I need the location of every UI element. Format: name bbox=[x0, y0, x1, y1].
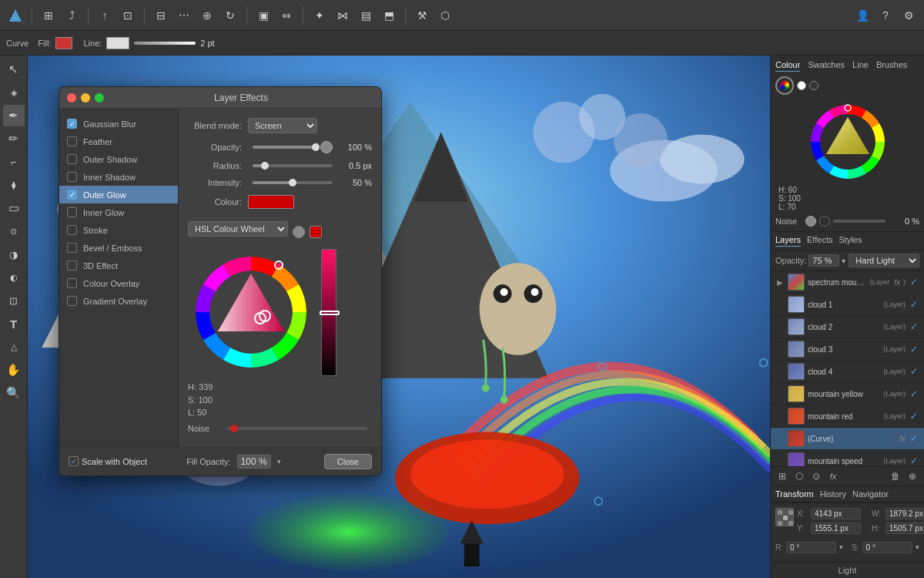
effect-item-3d-effect[interactable]: 3D Effect bbox=[59, 257, 178, 274]
transform-s-input[interactable] bbox=[862, 542, 912, 553]
color-tab-swatches[interactable]: Swatches bbox=[808, 60, 845, 72]
transform-icon[interactable]: ⊡ bbox=[119, 6, 137, 25]
noise-circle-btn[interactable] bbox=[805, 216, 816, 227]
effect-check-bevel-emboss[interactable] bbox=[67, 243, 77, 253]
layer-expand-spectrum[interactable]: ▶ bbox=[775, 277, 785, 287]
fill-color-box[interactable] bbox=[55, 37, 72, 49]
small-color-wheel[interactable] bbox=[775, 99, 919, 184]
shape-tool[interactable]: ▭ bbox=[3, 197, 25, 219]
canvas-area[interactable]: Layer Effects ✓ Gaussian Blur Feather bbox=[28, 55, 770, 578]
opacity-slider-track[interactable] bbox=[253, 146, 316, 149]
layer-check-spectrum[interactable]: ✓ bbox=[909, 277, 919, 287]
gradient-tool[interactable]: ◐ bbox=[3, 267, 25, 288]
layer-expand-cloud4[interactable] bbox=[775, 367, 785, 376]
color-tab-brushes[interactable]: Brushes bbox=[876, 60, 907, 72]
text-tool[interactable]: T bbox=[3, 313, 25, 334]
export-icon[interactable]: ⬒ bbox=[380, 6, 398, 25]
eyedropper-tool[interactable]: ⊙ bbox=[3, 220, 25, 242]
effect-check-gaussian-blur[interactable]: ✓ bbox=[67, 119, 77, 129]
effect-item-outer-glow[interactable]: ✓ Outer Glow bbox=[59, 186, 178, 203]
bottom-tab-navigator[interactable]: Navigator bbox=[852, 489, 889, 499]
black-dot[interactable] bbox=[809, 81, 819, 90]
layer-expand-cloud1[interactable] bbox=[775, 300, 785, 309]
hand-tool[interactable]: ✋ bbox=[3, 359, 25, 381]
layer-item-cloud2[interactable]: cloud 2 (Layer) ✓ bbox=[771, 316, 924, 338]
crop-tool[interactable]: ⊡ bbox=[3, 290, 25, 311]
layer-check-cloud4[interactable]: ✓ bbox=[909, 366, 919, 377]
view-icon[interactable]: ▤ bbox=[357, 6, 375, 25]
eyedropper-icon[interactable] bbox=[293, 226, 305, 238]
snap2-icon[interactable]: ⋈ bbox=[333, 6, 352, 25]
move-icon[interactable]: ↑ bbox=[95, 6, 114, 25]
white-dot[interactable] bbox=[797, 81, 806, 90]
s-dropdown[interactable]: ▾ bbox=[916, 540, 919, 554]
blend-mode-select[interactable]: Screen Normal Multiply Overlay bbox=[248, 118, 317, 133]
layer-expand-curve[interactable] bbox=[775, 434, 785, 443]
effect-item-inner-shadow[interactable]: Inner Shadow bbox=[59, 168, 178, 186]
effect-check-stroke[interactable] bbox=[67, 225, 77, 235]
layer-check-cloud1[interactable]: ✓ bbox=[909, 299, 919, 310]
layer-expand-cloud2[interactable] bbox=[775, 322, 785, 331]
transform-w-input[interactable] bbox=[886, 508, 924, 519]
opacity-circle-btn[interactable] bbox=[320, 141, 333, 153]
vector-crop-tool[interactable]: △ bbox=[3, 336, 25, 358]
transform-anchor-grid[interactable] bbox=[775, 508, 794, 526]
radius-slider-thumb[interactable] bbox=[261, 162, 269, 170]
scale-with-object-checkbox[interactable]: ✓ Scale with Object bbox=[69, 456, 147, 466]
fill-tool[interactable]: ◑ bbox=[3, 244, 25, 265]
arrange-icon[interactable]: ▣ bbox=[254, 6, 273, 25]
zoom-tool[interactable]: 🔍 bbox=[3, 382, 25, 404]
opacity-dropdown[interactable]: ▾ bbox=[842, 257, 845, 265]
anchor-br[interactable] bbox=[788, 521, 793, 526]
layer-fx-icon[interactable]: fx bbox=[826, 469, 840, 483]
color-mode-btn[interactable] bbox=[775, 76, 794, 95]
effect-item-feather[interactable]: Feather bbox=[59, 133, 178, 150]
layer-item-cloud3[interactable]: cloud 3 (Layer) ✓ bbox=[771, 338, 924, 361]
r-dropdown[interactable]: ▾ bbox=[839, 540, 843, 554]
layer-adjustment-icon[interactable]: ⊙ bbox=[809, 469, 823, 483]
layer-item-cloud4[interactable]: cloud 4 (Layer) ✓ bbox=[771, 361, 924, 383]
effect-check-feather[interactable] bbox=[67, 136, 77, 146]
dialog-maximize-btn[interactable] bbox=[95, 93, 104, 102]
anchor-bl[interactable] bbox=[778, 521, 782, 526]
layer-check-mountain-red[interactable]: ✓ bbox=[909, 411, 919, 422]
dots-icon[interactable]: ⋯ bbox=[175, 6, 193, 25]
radius-slider-track[interactable] bbox=[253, 164, 333, 167]
layers-tab-effects[interactable]: Effects bbox=[807, 235, 832, 247]
noise-slider-dialog[interactable] bbox=[227, 427, 367, 430]
effect-item-gradient-overlay[interactable]: Gradient Overlay bbox=[59, 292, 178, 310]
line-color-box[interactable] bbox=[106, 37, 129, 49]
color-preview-small[interactable] bbox=[310, 226, 322, 238]
color-tab-line[interactable]: Line bbox=[852, 60, 869, 72]
layer-item-spectrum-mountain[interactable]: ▶ spectrum mountain (Layer fx ) ✓ bbox=[771, 271, 924, 294]
layer-mask-icon[interactable]: ⬡ bbox=[792, 469, 806, 483]
effect-check-colour-overlay[interactable] bbox=[67, 278, 77, 288]
dialog-close-btn[interactable] bbox=[67, 93, 76, 102]
dialog-minimize-btn[interactable] bbox=[81, 93, 90, 102]
opacity-strip[interactable] bbox=[321, 249, 336, 376]
intensity-slider-thumb[interactable] bbox=[289, 179, 296, 187]
layer-item-curve[interactable]: (Curve) fx ✓ bbox=[771, 428, 924, 450]
noise-slider-thumb[interactable] bbox=[230, 425, 238, 432]
layer-copy-icon[interactable]: ⊕ bbox=[906, 469, 919, 483]
noise-ring-btn[interactable] bbox=[819, 216, 830, 227]
paint-bucket-tool[interactable]: ⧫ bbox=[3, 174, 25, 196]
layers-tab-styles[interactable]: Styles bbox=[839, 235, 862, 247]
opacity-slider-thumb[interactable] bbox=[312, 143, 320, 151]
hsl-color-wheel-svg[interactable] bbox=[188, 249, 315, 376]
effect-item-stroke[interactable]: Stroke bbox=[59, 221, 178, 239]
pen-tool[interactable]: ✒ bbox=[3, 105, 25, 126]
layer-expand-mountain-speed[interactable] bbox=[775, 456, 785, 465]
layer-check-cloud2[interactable]: ✓ bbox=[909, 321, 919, 332]
opacity-strip-thumb[interactable] bbox=[320, 311, 340, 315]
layer-expand-mountain-yellow[interactable] bbox=[775, 389, 785, 398]
pencil-tool[interactable]: ✏ bbox=[3, 128, 25, 150]
layer-group-icon[interactable]: ⊞ bbox=[775, 469, 789, 483]
grid2-icon[interactable]: ⊟ bbox=[152, 6, 170, 25]
effect-check-3d-effect[interactable] bbox=[67, 260, 77, 271]
anchor-tl[interactable] bbox=[778, 510, 782, 515]
layer-item-mountain-red[interactable]: mountain red (Layer) ✓ bbox=[771, 405, 924, 428]
effect-item-inner-glow[interactable]: Inner Glow bbox=[59, 203, 178, 221]
line-width-slider[interactable] bbox=[134, 42, 196, 45]
bottom-tab-history[interactable]: History bbox=[820, 489, 846, 499]
